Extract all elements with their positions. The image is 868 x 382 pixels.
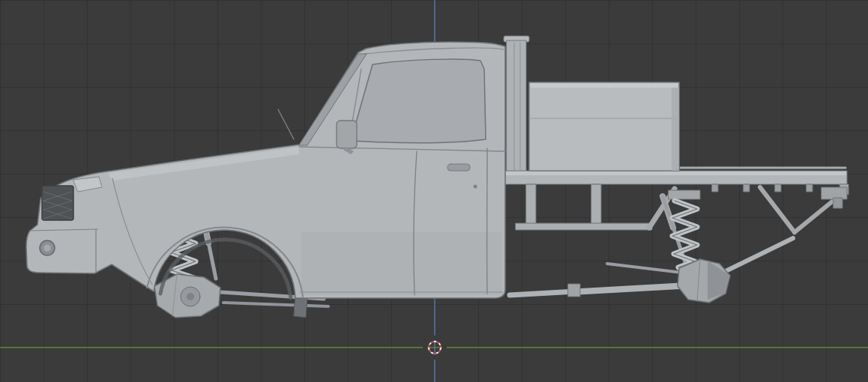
cargo-box	[529, 82, 679, 171]
lower-door-shade	[301, 232, 502, 295]
frame-drop-plate	[591, 184, 601, 226]
viewport-scene	[0, 0, 868, 382]
flatbed-pickup-truck-model[interactable]	[26, 36, 849, 318]
frame-lower-rail	[516, 223, 652, 230]
fog-light-lens	[44, 245, 51, 252]
3d-viewport[interactable]	[0, 0, 868, 382]
crossmember-stub	[744, 184, 750, 192]
grille	[42, 186, 73, 220]
rear-chassis	[510, 184, 847, 303]
trailing-arm-mount	[568, 284, 580, 297]
cargo-box-edge-shade	[672, 88, 679, 171]
cargo-box-top-face	[530, 83, 678, 88]
side-window-glass	[351, 59, 486, 143]
diff-cover-center	[187, 293, 194, 300]
trailing-arm	[579, 286, 687, 292]
door-handle	[447, 164, 470, 171]
door-keyhole	[474, 185, 477, 189]
panhard-rod	[223, 303, 328, 306]
rear-link-rod	[607, 264, 682, 273]
crossmember-stub	[712, 184, 718, 192]
rear-spring-mount	[669, 190, 700, 199]
mud-flap	[294, 298, 307, 318]
rear-frame-tube	[723, 238, 793, 273]
frame-drop-plate	[526, 184, 536, 226]
flatbed-tray	[504, 36, 849, 195]
headboard-panel	[507, 40, 526, 172]
crossmember-stub	[807, 184, 813, 192]
side-mirror	[337, 121, 357, 148]
cab-body	[26, 42, 505, 298]
frame-diagonal-brace	[795, 199, 835, 232]
crossmember-stub	[775, 184, 781, 192]
tow-hitch	[834, 198, 843, 208]
antenna	[278, 109, 294, 139]
frame-diagonal-brace	[760, 187, 795, 232]
tray-deck-top-face	[506, 172, 846, 175]
